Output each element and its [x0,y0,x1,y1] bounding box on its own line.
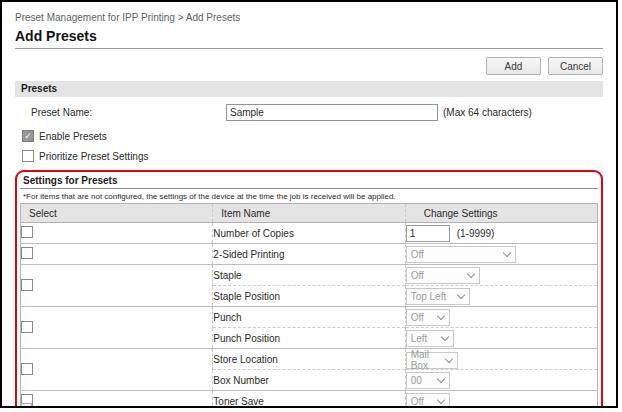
select-cell [21,391,213,409]
select-cell [21,223,213,244]
chevron-down-icon [456,290,464,298]
item-name-cell: Staple [213,265,405,286]
chevron-down-icon [436,311,444,319]
setting-select-value: Left [411,333,428,344]
item-name-cell: 2-Sided Printing [213,244,405,265]
item-name-cell: Staple Position [213,286,405,307]
settings-section-header: Settings for Presets [20,174,598,189]
select-cell [21,244,213,265]
table-row: StapleOff [21,265,598,286]
setting-select-value: Off [411,312,424,323]
change-settings-cell: (1-9999) [405,223,597,244]
item-name-cell: Store Location [213,349,405,370]
table-row: Store LocationMail Box [21,349,598,370]
setting-select-value: Off [411,249,424,260]
row-select-checkbox[interactable] [21,226,33,238]
table-row: Number of Copies(1-9999) [21,223,598,244]
table-row: PunchOff [21,307,598,328]
settings-table-body: Number of Copies(1-9999)2-Sided Printing… [21,223,598,409]
setting-select[interactable]: Left [406,330,454,347]
setting-select-value: Off [411,396,424,407]
table-header-row: Select Item Name Change Settings [21,204,598,223]
setting-select-value: Mail Box [411,349,440,371]
row-select-checkbox[interactable] [21,247,33,259]
preset-name-input[interactable] [226,104,438,121]
change-settings-cell: 00 [405,370,597,391]
change-settings-cell: Off [405,307,597,328]
chevron-down-icon [436,374,444,382]
setting-select-value: 00 [411,375,422,386]
prioritize-presets-checkbox[interactable] [22,150,34,162]
item-name-cell: Number of Copies [213,223,405,244]
preset-name-label: Preset Name: [31,107,226,118]
enable-presets-row: ✓ Enable Presets [22,130,603,142]
item-name-cell: Punch Position [213,328,405,349]
settings-table: Select Item Name Change Settings Number … [20,203,598,408]
copies-input[interactable] [406,225,450,242]
copies-range-hint: (1-9999) [457,228,495,239]
column-header-select: Select [21,204,213,223]
setting-select[interactable]: Off [406,309,450,326]
select-cell [21,307,213,349]
row-select-checkbox[interactable] [21,363,33,375]
row-select-checkbox[interactable] [21,279,33,291]
column-header-item-name: Item Name [213,204,405,223]
table-row: 2-Sided PrintingOff [21,244,598,265]
select-cell [21,265,213,307]
change-settings-cell: Mail Box [405,349,597,370]
item-name-cell: Punch [213,307,405,328]
chevron-down-icon [436,395,444,403]
select-cell [21,349,213,391]
item-name-cell: Box Number [213,370,405,391]
setting-select[interactable]: Top Left [406,288,470,305]
setting-select[interactable]: Mail Box [406,352,458,369]
column-header-change-settings: Change Settings [405,204,597,223]
prioritize-presets-label: Prioritize Preset Settings [39,151,149,162]
item-name-cell: Toner Save [213,391,405,409]
change-settings-cell: Top Left [405,286,597,307]
preset-name-row: Preset Name: (Max 64 characters) [15,103,603,121]
enable-presets-checkbox[interactable]: ✓ [22,130,34,142]
prioritize-presets-row: Prioritize Preset Settings [22,150,603,162]
row-select-checkbox[interactable] [21,321,33,333]
enable-presets-label: Enable Presets [39,131,107,142]
setting-select[interactable]: 00 [406,372,450,389]
change-settings-cell: Off [405,265,597,286]
chevron-down-icon [440,332,448,340]
add-button[interactable]: Add [486,57,541,75]
action-button-row: Add Cancel [15,57,603,75]
app-window: Preset Management for IPP Printing > Add… [0,0,618,408]
preset-name-hint: (Max 64 characters) [443,107,532,118]
setting-select[interactable]: Off [406,267,480,284]
title-divider [15,48,603,49]
chevron-down-icon [502,248,510,256]
change-settings-cell: Off [405,391,597,409]
setting-select-value: Off [411,270,424,281]
setting-select-value: Top Left [411,291,447,302]
change-settings-cell: Off [405,244,597,265]
presets-section-header: Presets [15,81,603,97]
page-title: Add Presets [15,28,603,44]
setting-select[interactable]: Off [406,246,516,263]
settings-note: *For items that are not configured, the … [20,189,598,203]
chevron-down-icon [466,269,474,277]
change-settings-cell: Left [405,328,597,349]
table-row: Toner SaveOff [21,391,598,409]
cancel-button[interactable]: Cancel [548,57,603,75]
chevron-down-icon [444,355,452,363]
setting-select[interactable]: Off [406,393,450,409]
breadcrumb: Preset Management for IPP Printing > Add… [15,12,603,23]
annotation-highlight: Settings for Presets *For items that are… [15,170,603,408]
